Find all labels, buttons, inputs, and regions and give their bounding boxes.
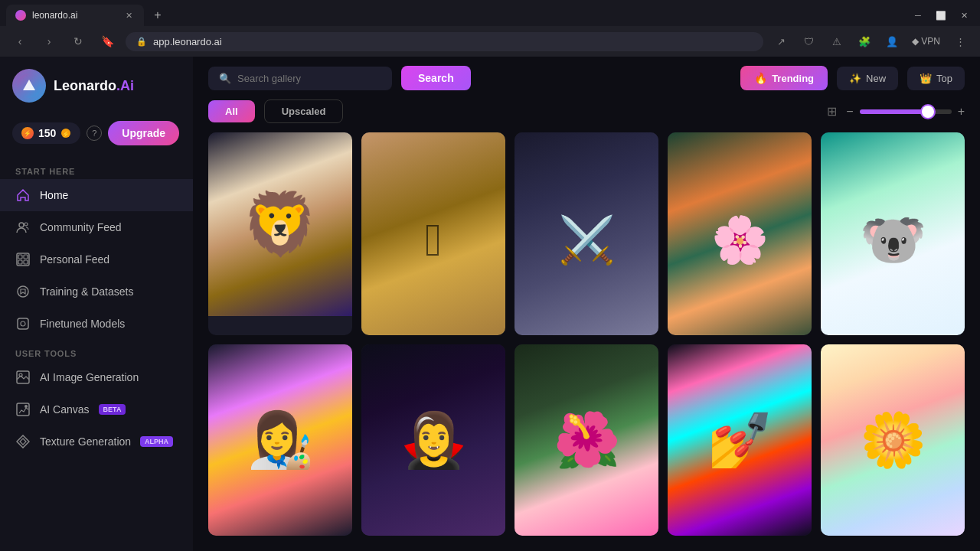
trending-button[interactable]: 🔥 Trending — [740, 66, 828, 90]
gallery-card[interactable]: ⋯ ⤢ — [361, 344, 505, 536]
sidebar-item-texture[interactable]: Texture Generation ALPHA — [0, 425, 193, 458]
gallery-card[interactable]: # ⊘ ⤢ — [208, 344, 352, 536]
remix-button[interactable]: # — [755, 350, 778, 373]
personal-icon — [15, 252, 31, 267]
maximize-button[interactable]: ⬜ — [931, 5, 951, 25]
expand-button[interactable]: ⤢ — [629, 350, 652, 373]
beta-badge: BETA — [99, 404, 126, 415]
browser-actions: ↗ 🛡 ⚠ 🧩 👤 ◆ VPN ⋮ — [771, 31, 971, 52]
address-input[interactable]: 🔒 app.leonardo.ai — [126, 32, 763, 51]
expand-button[interactable]: ⤢ — [323, 139, 346, 161]
texture-label: Texture Generation — [40, 435, 131, 448]
search-button[interactable]: Search — [401, 66, 471, 90]
expand-button[interactable]: ⤢ — [936, 350, 959, 373]
refresh-button[interactable]: ↻ — [67, 31, 89, 52]
window-controls: ─ ⬜ ✕ — [908, 5, 974, 25]
remix-button[interactable]: # — [908, 139, 931, 161]
sidebar-item-home[interactable]: Home — [0, 179, 193, 211]
extensions-button[interactable]: 🧩 — [854, 31, 875, 52]
svg-rect-15 — [17, 403, 29, 416]
remix-button[interactable]: # — [296, 139, 318, 161]
sidebar-item-ai-canvas[interactable]: AI Canvas BETA — [0, 393, 193, 425]
ai-image-icon — [15, 370, 31, 385]
zoom-out-button[interactable]: − — [846, 105, 853, 119]
no-remix-button[interactable]: ⊘ — [602, 139, 625, 161]
expand-button[interactable]: ⤢ — [476, 350, 499, 373]
gallery-card[interactable]: ⤢ — [821, 344, 965, 536]
share-button[interactable]: ↗ — [771, 31, 792, 52]
training-icon — [15, 284, 31, 299]
new-button[interactable]: ✨ New — [837, 67, 898, 90]
menu-button[interactable]: ⋮ — [949, 31, 971, 52]
token-row: ⚡ 150 ⚡ ? Upgrade — [0, 115, 193, 152]
close-window-button[interactable]: ✕ — [954, 5, 974, 25]
sidebar-item-ai-image[interactable]: AI Image Generation — [0, 361, 193, 393]
warning-button[interactable]: ⚠ — [826, 31, 848, 52]
more-button[interactable]: ⋯ — [936, 139, 959, 161]
home-label: Home — [40, 189, 68, 201]
zoom-in-button[interactable]: + — [958, 105, 965, 119]
sidebar-item-personal-feed[interactable]: Personal Feed — [0, 243, 193, 276]
texture-icon — [15, 434, 31, 449]
search-input[interactable] — [237, 73, 381, 84]
remix-button[interactable]: # — [755, 139, 778, 161]
grid-view-button[interactable]: ⊞ — [824, 101, 840, 122]
gallery-card[interactable]: # ⊘ ⤢ — [514, 132, 658, 335]
gallery-card[interactable]: # ⤢ — [361, 132, 505, 335]
new-tab-button[interactable]: + — [147, 5, 168, 26]
no-remix-button[interactable]: ⊘ — [296, 350, 318, 373]
alpha-badge: ALPHA — [140, 436, 173, 447]
zoom-slider[interactable] — [860, 109, 952, 114]
gallery-card[interactable]: # ⤢ — [668, 132, 812, 335]
top-label: Top — [936, 73, 952, 84]
profile-button[interactable]: 👤 — [881, 31, 903, 52]
bookmark-button[interactable]: 🔖 — [96, 31, 118, 52]
expand-button[interactable]: ⤢ — [476, 139, 499, 161]
sidebar-item-training[interactable]: Training & Datasets — [0, 276, 193, 308]
back-button[interactable]: ‹ — [9, 31, 31, 52]
crown-icon: 👑 — [920, 73, 932, 84]
svg-point-12 — [21, 321, 25, 326]
token-icon: ⚡ — [21, 127, 34, 139]
forward-button[interactable]: › — [38, 31, 60, 52]
no-remix-button[interactable]: ⊘ — [602, 350, 625, 373]
tab-close-button[interactable]: ✕ — [122, 9, 135, 21]
main-content: 🔍 Search 🔥 Trending ✨ New 👑 Top All Upsc… — [193, 57, 980, 551]
more-button[interactable]: ⋯ — [782, 350, 805, 373]
remix-button[interactable]: # — [268, 350, 291, 373]
svg-point-3 — [19, 223, 24, 227]
gallery-card[interactable]: # ⤢ — [208, 132, 352, 335]
remix-button[interactable]: # — [574, 139, 597, 161]
ssl-lock-icon: 🔒 — [136, 37, 147, 47]
token-info-button[interactable]: ? — [87, 126, 102, 141]
more-button[interactable]: ⋯ — [449, 350, 472, 373]
svg-text:⚡: ⚡ — [62, 130, 70, 138]
top-button[interactable]: 👑 Top — [907, 67, 965, 90]
shield-button[interactable]: 🛡 — [799, 31, 820, 52]
community-feed-label: Community Feed — [40, 221, 122, 233]
upgrade-button[interactable]: Upgrade — [108, 121, 179, 145]
trending-label: Trending — [772, 73, 814, 84]
gallery-card[interactable]: # ⊘ ⤢ — [514, 344, 658, 536]
expand-button[interactable]: ⤢ — [782, 139, 805, 161]
app-container: Leonardo.Ai ⚡ 150 ⚡ ? Upgrade Start Here — [0, 57, 980, 551]
expand-button[interactable]: ⤢ — [629, 139, 652, 161]
zoom-thumb[interactable] — [922, 106, 934, 118]
gallery-card[interactable]: # ⋯ — [821, 132, 965, 335]
svg-rect-8 — [18, 260, 22, 264]
remix-button[interactable]: # — [449, 139, 472, 161]
remix-button[interactable]: # — [574, 350, 597, 373]
gallery-toolbar: 🔍 Search 🔥 Trending ✨ New 👑 Top — [193, 57, 980, 99]
minimize-button[interactable]: ─ — [908, 5, 928, 25]
sidebar-item-finetuned[interactable]: Finetuned Models — [0, 308, 193, 340]
filter-upscaled-button[interactable]: Upscaled — [264, 99, 344, 123]
sidebar-item-community-feed[interactable]: Community Feed — [0, 211, 193, 243]
search-box[interactable]: 🔍 — [208, 67, 392, 90]
filter-all-button[interactable]: All — [208, 100, 255, 122]
expand-button[interactable]: ⤢ — [323, 350, 346, 373]
url-text: app.leonardo.ai — [153, 36, 222, 47]
gallery-card[interactable]: # ⋯ — [668, 344, 812, 536]
finetuned-label: Finetuned Models — [40, 318, 125, 330]
active-tab[interactable]: leonardo.ai ✕ — [6, 5, 144, 26]
community-icon — [15, 220, 31, 235]
